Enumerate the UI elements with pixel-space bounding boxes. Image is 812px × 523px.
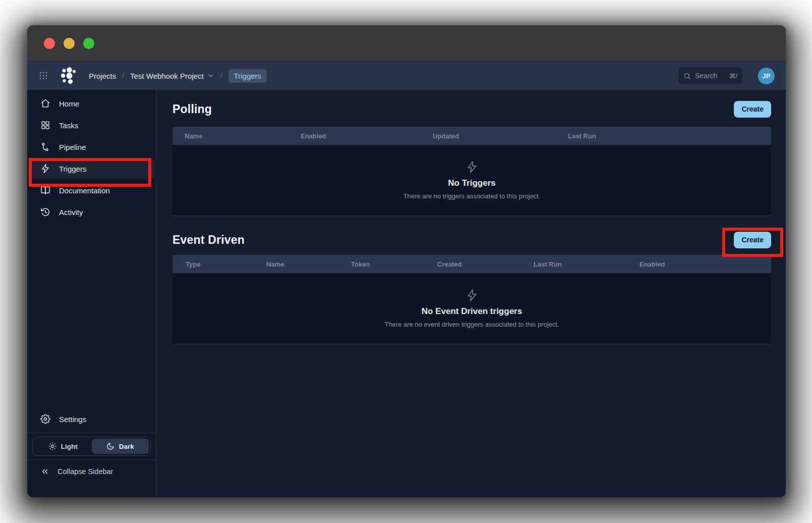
sidebar-item-triggers[interactable]: Triggers: [28, 159, 155, 178]
app-body: Home Tasks Pipeline: [27, 90, 786, 497]
sidebar-item-label: Tasks: [59, 121, 78, 130]
column-header: Token: [351, 260, 437, 268]
event-driven-empty-title: No Event Driven triggers: [422, 306, 522, 317]
app-logo-icon[interactable]: [59, 67, 78, 85]
sidebar-item-label: Documentation: [59, 186, 110, 195]
column-header: Enabled: [301, 132, 433, 140]
event-driven-empty-state: No Event Driven triggers There are no ev…: [172, 273, 771, 344]
screenshot-stage: Projects / Test Webhook Project / Trigge…: [0, 0, 812, 523]
column-header: Name: [266, 260, 351, 268]
sidebar-item-label: Activity: [59, 208, 83, 217]
top-navbar: Projects / Test Webhook Project / Trigge…: [27, 62, 786, 90]
event-driven-section-header: Event Driven Create: [172, 229, 771, 251]
polling-create-button[interactable]: Create: [734, 101, 771, 118]
sidebar-item-tasks[interactable]: Tasks: [28, 116, 155, 135]
breadcrumb-current-triggers[interactable]: Triggers: [228, 69, 267, 83]
chevrons-left-icon: [40, 467, 49, 476]
sidebar-item-label: Settings: [59, 415, 86, 424]
breadcrumb-projects-link[interactable]: Projects: [89, 72, 116, 80]
sidebar-item-label: Home: [59, 99, 79, 108]
app-window: Projects / Test Webhook Project / Trigge…: [27, 25, 786, 497]
sidebar-item-home[interactable]: Home: [28, 94, 155, 113]
minimize-window-button[interactable]: [64, 38, 75, 49]
sidebar-item-activity[interactable]: Activity: [28, 202, 155, 222]
search-icon: [683, 72, 691, 80]
sidebar-item-label: Triggers: [59, 165, 86, 173]
theme-light-button[interactable]: Light: [34, 439, 92, 454]
history-clock-icon: [40, 207, 50, 217]
breadcrumb-separator: /: [220, 72, 222, 80]
breadcrumb-separator: /: [122, 72, 124, 80]
theme-dark-button[interactable]: Dark: [92, 439, 149, 454]
main-content: Polling Create Name Enabled Updated Last…: [156, 90, 786, 497]
search-shortcut-hint: ⌘/: [729, 72, 737, 80]
search-placeholder: Search: [695, 72, 717, 80]
column-header: Created: [437, 260, 534, 268]
sidebar-item-settings[interactable]: Settings: [28, 409, 155, 429]
column-header: Enabled: [640, 260, 771, 268]
navbar-right: Search ⌘/ JP: [678, 67, 775, 84]
event-driven-table-header: Type Name Token Created Last Run Enabled: [172, 255, 771, 273]
sidebar-bottom: Settings Light: [27, 409, 156, 483]
polling-empty-subtitle: There are no triggers associated to this…: [403, 192, 541, 200]
pipeline-branch-icon: [40, 142, 50, 152]
theme-dark-label: Dark: [119, 443, 134, 450]
lightning-bolt-icon: [466, 161, 479, 174]
event-driven-section-title: Event Driven: [172, 233, 245, 247]
home-icon: [40, 98, 50, 109]
sidebar-item-documentation[interactable]: Documentation: [28, 181, 155, 200]
search-input[interactable]: Search ⌘/: [678, 67, 742, 84]
column-header: Last Run: [534, 260, 640, 268]
app-launcher-grid-icon[interactable]: [38, 71, 48, 81]
polling-section-header: Polling Create: [172, 100, 771, 118]
collapse-sidebar-button[interactable]: Collapse Sidebar: [27, 460, 156, 483]
polling-empty-state: No Triggers There are no triggers associ…: [172, 145, 771, 216]
breadcrumb-project-selector[interactable]: Test Webhook Project: [130, 72, 214, 80]
lightning-bolt-icon: [466, 289, 479, 302]
breadcrumb-project-name: Test Webhook Project: [130, 72, 204, 80]
close-window-button[interactable]: [44, 38, 55, 49]
window-titlebar: [27, 25, 786, 62]
breadcrumb: Projects / Test Webhook Project / Trigge…: [89, 69, 267, 83]
column-header: Name: [185, 132, 301, 140]
sun-icon: [48, 442, 56, 450]
column-header: Last Run: [568, 132, 771, 140]
event-driven-create-button[interactable]: Create: [734, 232, 771, 248]
sidebar: Home Tasks Pipeline: [27, 90, 156, 497]
theme-toggle-section: Light Dark: [27, 433, 156, 460]
book-icon: [40, 185, 50, 195]
polling-table-header: Name Enabled Updated Last Run: [172, 127, 771, 145]
gear-icon: [40, 414, 50, 424]
column-header: Type: [186, 260, 266, 268]
avatar[interactable]: JP: [758, 68, 775, 84]
column-header: Updated: [433, 132, 568, 140]
tasks-grid-icon: [40, 120, 50, 130]
polling-section-title: Polling: [172, 102, 212, 116]
collapse-sidebar-label: Collapse Sidebar: [57, 467, 113, 476]
chevron-down-icon: [207, 72, 214, 79]
zoom-window-button[interactable]: [83, 38, 94, 49]
polling-empty-title: No Triggers: [448, 178, 495, 188]
sidebar-item-pipeline[interactable]: Pipeline: [28, 137, 155, 156]
moon-icon: [106, 442, 114, 450]
theme-light-label: Light: [61, 443, 78, 450]
event-driven-empty-subtitle: There are no event driven triggers assoc…: [384, 321, 559, 328]
theme-toggle: Light Dark: [32, 437, 151, 456]
sidebar-item-label: Pipeline: [59, 143, 86, 151]
lightning-bolt-icon: [40, 164, 50, 174]
